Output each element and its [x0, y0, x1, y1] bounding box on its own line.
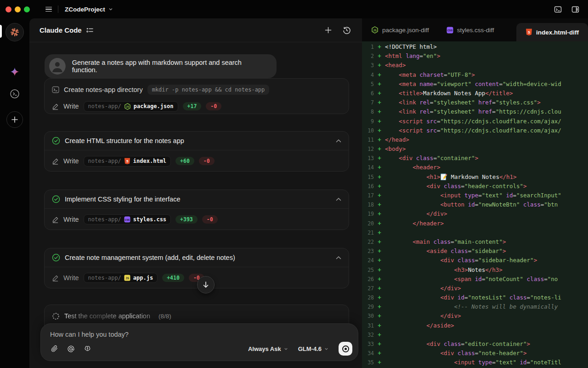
tab-index-html-diff[interactable]: 5 index.html-diff [516, 23, 588, 41]
project-switcher[interactable]: ZCodeProject [65, 6, 113, 13]
rail-item-claude[interactable] [6, 23, 24, 41]
terminal-circle-icon [9, 88, 20, 99]
chevron-up-icon[interactable] [336, 139, 341, 143]
diff-editor-panel: JS package.json-diff CSS styles.css-diff… [362, 18, 588, 368]
app-rail [0, 18, 29, 368]
task-card-html: Create HTML structure for the notes app … [44, 131, 349, 172]
code-line: 8+ <link rel="stylesheet" href="https://… [362, 107, 588, 116]
command-chip[interactable]: mkdir -p notes-app && cd notes-app [147, 85, 270, 95]
brain-icon [84, 345, 91, 352]
tab-package-json-diff[interactable]: JS package.json-diff [366, 18, 435, 41]
titlebar-divider [58, 6, 58, 13]
chat-scroll-area[interactable]: Generate a notes app with markdown suppo… [29, 42, 362, 368]
write-step-row[interactable]: Write notes-app/ CSS styles.css +393 -0 [45, 209, 349, 230]
rail-add-button[interactable] [6, 111, 23, 128]
rail-item-terminal-session[interactable] [6, 86, 23, 102]
window-close-button[interactable] [6, 6, 11, 12]
hamburger-menu-button[interactable] [43, 4, 54, 15]
thinking-mode-button[interactable] [82, 344, 92, 354]
check-circle-icon [52, 137, 60, 145]
titlebar: ZCodeProject [0, 0, 588, 18]
file-chip[interactable]: notes-app/ JS package.json [84, 101, 178, 112]
code-line: 2+<html lang="en"> [362, 52, 588, 61]
svg-text:JS: JS [125, 276, 129, 280]
terminal-step-row[interactable]: Create notes-app directory mkdir -p note… [45, 79, 349, 97]
code-line: 16+ <div class="header-controls"> [362, 182, 588, 191]
editor-tab-bar: JS package.json-diff CSS styles.css-diff… [362, 18, 588, 41]
new-chat-button[interactable] [322, 25, 334, 36]
check-circle-icon [52, 195, 60, 203]
step-label: Create notes-app directory [64, 86, 143, 93]
file-path: notes-app/ [88, 275, 121, 281]
file-path: notes-app/ [88, 103, 121, 109]
scroll-to-bottom-button[interactable] [197, 276, 215, 293]
claude-logo-icon [10, 28, 19, 37]
attach-file-button[interactable] [49, 344, 59, 354]
code-line: 25+ <h3>Notes</h3> [362, 265, 588, 275]
model-value: GLM-4.6 [298, 345, 322, 352]
paperclip-icon [51, 345, 58, 352]
svg-text:CSS: CSS [125, 218, 130, 221]
pencil-icon [52, 158, 59, 165]
user-message: Generate a notes app with markdown suppo… [45, 54, 277, 78]
task-title: Test the complete application [64, 312, 150, 320]
code-line: 28+ <div id="notesList" class="notes-li [362, 293, 588, 302]
code-line: 4+ <meta charset="UTF-8"> [362, 70, 588, 80]
file-chip[interactable]: notes-app/ CSS styles.css [84, 214, 171, 224]
diff-code[interactable]: 1+<!DOCTYPE html>2+<html lang="en">3+<he… [362, 41, 588, 368]
tab-styles-css-diff[interactable]: CSS styles.css-diff [441, 18, 500, 41]
task-card-header[interactable]: Create HTML structure for the notes app [45, 132, 349, 150]
code-line: 19+ </div> [362, 209, 588, 218]
chat-input[interactable]: How can I help you today? [50, 331, 129, 338]
rail-item-gemini[interactable] [6, 63, 23, 80]
task-card-js: Create note management system (add, edit… [44, 248, 349, 288]
chevron-up-icon[interactable] [336, 197, 341, 201]
code-line: 33+ <div class="editor-container"> [362, 339, 588, 349]
lines-added-badge: +60 [175, 157, 194, 165]
chat-input-box[interactable]: How can I help you today? [40, 323, 358, 361]
code-line: 14+ <header> [362, 163, 588, 172]
task-card-header[interactable]: Implement CSS styling for the interface [45, 190, 349, 208]
chevron-up-icon[interactable] [336, 256, 341, 259]
chat-panel-header: Claude Code [29, 18, 362, 42]
lines-added-badge: +17 [183, 102, 202, 110]
stop-generation-button[interactable] [339, 342, 352, 356]
mention-button[interactable] [66, 344, 76, 354]
model-select[interactable]: GLM-4.6 [298, 345, 328, 352]
tab-label: package.json-diff [382, 27, 429, 34]
code-line: 29+ <!-- Notes will be dynamically [362, 302, 588, 311]
at-sign-icon [67, 345, 75, 353]
task-list-icon[interactable] [86, 27, 93, 33]
plus-icon [325, 27, 332, 34]
javascript-icon: JS [124, 275, 130, 281]
window-zoom-button[interactable] [24, 6, 30, 12]
css-icon: CSS [124, 216, 130, 223]
code-line: 15+ <h1>📝 Markdown Notes</h1> [362, 172, 588, 182]
write-step-row[interactable]: Write notes-app/ JS app.js +410 -0 [45, 267, 349, 288]
window-minimize-button[interactable] [15, 6, 21, 12]
lines-added-badge: +410 [162, 274, 184, 282]
html5-icon: 5 [124, 158, 130, 165]
write-action-label: Write [63, 103, 79, 110]
panel-toggle-button[interactable] [570, 4, 581, 15]
write-step-row[interactable]: Write notes-app/ 5 index.html +60 -0 [45, 150, 349, 172]
file-chip[interactable]: notes-app/ 5 index.html [84, 156, 171, 167]
code-line: 1+<!DOCTYPE html> [362, 42, 588, 52]
user-message-text: Generate a notes app with markdown suppo… [72, 59, 267, 74]
write-action-label: Write [63, 157, 79, 165]
check-circle-icon [52, 253, 60, 262]
permission-mode-select[interactable]: Always Ask [248, 345, 288, 352]
task-card-header[interactable]: Create note management system (add, edit… [45, 248, 349, 267]
code-line: 13+ <div class="container"> [362, 154, 588, 163]
terminal-icon [52, 86, 59, 93]
terminal-toggle-button[interactable] [552, 4, 563, 15]
tab-label: styles.css-diff [457, 27, 494, 34]
task-progress-count: (8/8) [158, 313, 171, 320]
spinner-icon [52, 312, 60, 320]
file-chip[interactable]: notes-app/ JS app.js [84, 273, 158, 283]
history-button[interactable] [341, 25, 352, 36]
lines-removed-badge: -0 [199, 157, 215, 165]
write-step-row[interactable]: Write notes-app/ JS package.json +17 -0 [45, 97, 349, 115]
chevron-down-icon [324, 347, 328, 351]
file-path: notes-app/ [88, 158, 121, 164]
